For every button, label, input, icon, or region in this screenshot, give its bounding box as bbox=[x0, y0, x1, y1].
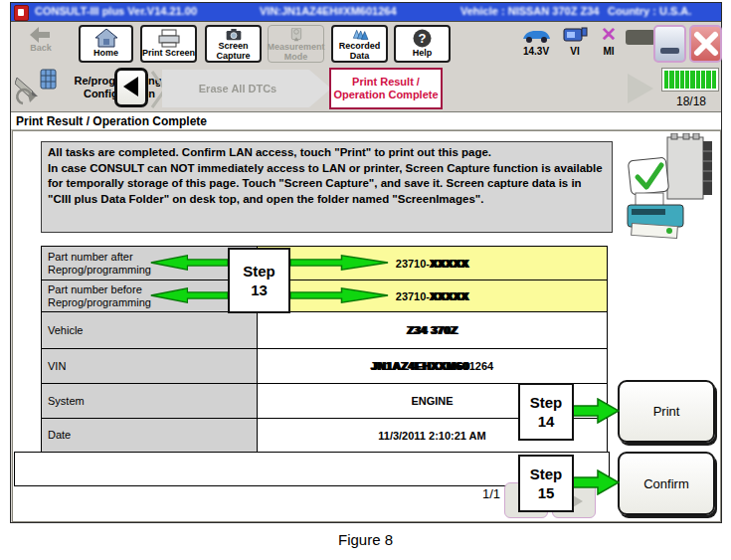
wizard-step-current: Print Result / Operation Complete bbox=[329, 68, 443, 109]
vehicle-battery-icon bbox=[520, 27, 552, 44]
titlebar-country: Country : U.S.A. bbox=[608, 5, 691, 17]
app-logo-icon bbox=[14, 5, 29, 21]
measurement-mode-icon bbox=[288, 28, 304, 42]
battery-status-icon bbox=[626, 30, 655, 45]
masked-vehicle: Z34 370Z bbox=[407, 324, 457, 336]
help-label: Help bbox=[413, 49, 433, 59]
titlebar-vehicle: Vehicle : NISSAN 370Z Z34 bbox=[460, 5, 599, 17]
masked-vin: JN1AZ4EHXXM60 bbox=[371, 360, 469, 372]
print-button[interactable]: Print bbox=[618, 380, 715, 443]
step-14-callout: Step 14 bbox=[518, 383, 574, 441]
screen-capture-label: Screen Capture bbox=[207, 42, 260, 61]
vi-device-icon bbox=[562, 26, 588, 44]
mi-disconnected-icon: ✕ bbox=[601, 25, 617, 44]
home-button[interactable]: Home bbox=[79, 25, 133, 63]
figure-caption: Figure 8 bbox=[0, 531, 731, 548]
step-13-callout: Step 13 bbox=[228, 248, 290, 313]
progress-count: 18/18 bbox=[661, 94, 721, 108]
confirm-button[interactable]: Confirm bbox=[618, 452, 715, 515]
print-screen-label: Print Screen bbox=[142, 49, 195, 59]
step13-arrow-left-top-icon bbox=[150, 255, 228, 271]
home-icon bbox=[95, 29, 117, 48]
screen-capture-button[interactable]: Screen Capture bbox=[205, 25, 262, 63]
instruction-message: All tasks are completed. Confirm LAN acc… bbox=[41, 141, 613, 233]
step14-arrow-icon bbox=[570, 398, 620, 424]
progress-bar bbox=[661, 68, 719, 92]
help-button[interactable]: ? Help bbox=[394, 25, 451, 63]
wizard-progress: 18/18 bbox=[661, 68, 721, 108]
print-screen-button[interactable]: Print Screen bbox=[140, 25, 197, 63]
mi-label: MI bbox=[596, 46, 622, 57]
step13-arrow-left-bottom-icon bbox=[150, 287, 228, 303]
recorded-data-icon bbox=[348, 29, 372, 41]
content-area: All tasks are completed. Confirm LAN acc… bbox=[12, 130, 721, 522]
wizard-nav: Re/programming, Configuration Erase All … bbox=[11, 66, 721, 111]
minimize-button[interactable] bbox=[653, 25, 686, 63]
masked-part-number: XXXXX bbox=[430, 258, 468, 270]
step-15-callout: Step 15 bbox=[518, 455, 574, 512]
table-row-vin: VIN JN1AZ4EHXXM601264 bbox=[42, 349, 607, 384]
close-button[interactable] bbox=[689, 25, 722, 63]
back-button[interactable]: Back bbox=[15, 25, 67, 63]
titlebar: CONSULT-III plus Ver.V14.21.00 VIN:JN1AZ… bbox=[11, 3, 721, 21]
close-x-icon bbox=[693, 31, 719, 57]
page-indicator: 1/1 bbox=[453, 486, 500, 501]
camera-icon bbox=[223, 29, 245, 41]
recorded-data-label: Recorded Data bbox=[333, 42, 386, 61]
wizard-step-erase-dtcs: Erase All DTCs bbox=[162, 70, 331, 107]
consult-app-window: CONSULT-III plus Ver.V14.21.00 VIN:JN1AZ… bbox=[10, 2, 722, 523]
help-icon: ? bbox=[413, 29, 432, 48]
reprogramming-mode-icon bbox=[15, 68, 59, 109]
step13-arrow-right-bottom-icon bbox=[290, 287, 389, 303]
measurement-mode-label: Measurement Mode bbox=[267, 43, 324, 62]
step15-arrow-icon bbox=[570, 469, 620, 495]
measurement-mode-button[interactable]: Measurement Mode bbox=[268, 25, 324, 63]
recorded-data-button[interactable]: Recorded Data bbox=[331, 25, 388, 63]
toolbar: Back Home Print Screen Screen Capture Me… bbox=[11, 21, 721, 67]
svg-text:?: ? bbox=[419, 31, 427, 46]
wizard-back-button[interactable] bbox=[114, 68, 148, 107]
page-title: Print Result / Operation Complete bbox=[11, 111, 721, 130]
back-label: Back bbox=[30, 44, 52, 54]
vi-label: VI bbox=[562, 46, 588, 57]
step13-arrow-right-top-icon bbox=[290, 255, 389, 271]
masked-part-number: XXXXX bbox=[430, 290, 468, 302]
home-label: Home bbox=[93, 49, 118, 59]
printer-icon bbox=[158, 29, 180, 48]
wizard-next-button[interactable] bbox=[628, 74, 653, 103]
voltage-readout: 14.3V bbox=[517, 46, 555, 57]
back-arrow-icon bbox=[30, 27, 52, 43]
table-row-vehicle: Vehicle Z34 370Z bbox=[42, 312, 607, 349]
print-complete-illustration-icon bbox=[626, 133, 721, 245]
titlebar-app-name: CONSULT-III plus Ver.V14.21.00 bbox=[35, 5, 197, 17]
titlebar-vin: VIN:JN1AZ4EH#XM601264 bbox=[260, 5, 397, 17]
